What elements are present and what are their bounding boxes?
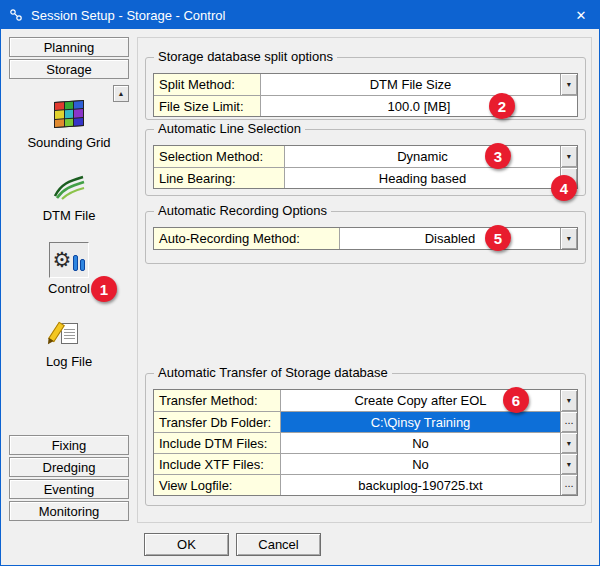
group-title: Storage database split options	[154, 49, 337, 64]
group-automatic-line-selection: Automatic Line Selection Selection Metho…	[145, 129, 586, 196]
field-label: Transfer Method:	[154, 390, 281, 411]
field-label: View Logfile:	[154, 475, 281, 495]
include-dtm-files-dropdown-button[interactable]: ▼	[560, 433, 577, 453]
sidebar: Planning Storage ▲ Sounding Grid DTM	[9, 37, 129, 523]
field-label: File Size Limit:	[154, 96, 261, 116]
auto-recording-method-dropdown-button[interactable]: ▼	[560, 228, 577, 249]
selection-method-combo[interactable]: Dynamic	[285, 146, 560, 167]
ellipsis-icon: ...	[564, 417, 573, 428]
field-grid: Selection Method: Dynamic ▼ 3 Line Beari…	[153, 145, 578, 189]
row-transfer-db-folder: Transfer Db Folder: C:\Qinsy Training ..…	[154, 411, 577, 432]
row-split-method: Split Method: DTM File Size ▼	[154, 74, 577, 95]
include-xtf-files-dropdown-button[interactable]: ▼	[560, 454, 577, 474]
window-title: Session Setup - Storage - Control	[31, 8, 563, 23]
row-include-dtm-files: Include DTM Files: No ▼	[154, 432, 577, 453]
sidebar-icon-list: ▲ Sounding Grid DTM File	[9, 81, 129, 435]
split-method-combo[interactable]: DTM File Size	[261, 74, 560, 95]
sidebar-item-dtm-file[interactable]: DTM File	[9, 166, 129, 226]
field-label: Auto-Recording Method:	[154, 228, 340, 249]
field-grid: Split Method: DTM File Size ▼ File Size …	[153, 73, 578, 117]
cancel-button[interactable]: Cancel	[236, 533, 321, 556]
row-auto-recording-method: Auto-Recording Method: Disabled ▼ 5	[154, 228, 577, 249]
step-badge-5: 5	[485, 225, 511, 251]
field-label: Include XTF Files:	[154, 454, 281, 474]
tab-fixing[interactable]: Fixing	[9, 435, 129, 455]
chevron-down-icon: ▼	[566, 153, 573, 161]
split-method-dropdown-button[interactable]: ▼	[560, 74, 577, 95]
auto-recording-method-combo[interactable]: Disabled	[340, 228, 560, 249]
log-file-icon	[49, 315, 89, 351]
sidebar-item-label: Log File	[46, 354, 92, 369]
field-label: Split Method:	[154, 74, 261, 95]
transfer-method-dropdown-button[interactable]: ▼	[560, 390, 577, 411]
tab-dredging[interactable]: Dredging	[9, 457, 129, 477]
tab-monitoring[interactable]: Monitoring	[9, 501, 129, 521]
sidebar-item-control[interactable]: ⚙ Control 1	[9, 239, 129, 299]
transfer-db-folder-field[interactable]: C:\Qinsy Training	[281, 412, 560, 432]
selection-method-dropdown-button[interactable]: ▼	[560, 146, 577, 167]
field-label: Selection Method:	[154, 146, 285, 167]
row-transfer-method: Transfer Method: Create Copy after EOL ▼…	[154, 390, 577, 411]
sidebar-item-log-file[interactable]: Log File	[9, 312, 129, 372]
chevron-down-icon: ▼	[566, 397, 573, 405]
ellipsis-icon: ...	[564, 480, 573, 491]
row-view-logfile: View Logfile: backuplog-190725.txt ...	[154, 474, 577, 495]
field-grid: Auto-Recording Method: Disabled ▼ 5	[153, 227, 578, 250]
group-title: Automatic Line Selection	[154, 121, 305, 136]
group-title: Automatic Recording Options	[154, 203, 331, 218]
dtm-file-icon	[49, 169, 89, 205]
sidebar-item-sounding-grid[interactable]: Sounding Grid	[9, 93, 129, 153]
tab-planning[interactable]: Planning	[9, 37, 129, 57]
app-icon	[9, 8, 23, 22]
control-icon: ⚙	[49, 242, 89, 278]
sidebar-item-label: DTM File	[43, 208, 96, 223]
tab-storage[interactable]: Storage	[9, 59, 129, 79]
group-storage-database-split-options: Storage database split options Split Met…	[145, 57, 586, 120]
include-xtf-files-combo[interactable]: No	[281, 454, 560, 474]
gear-icon: ⚙	[53, 249, 72, 271]
field-label: Line Bearing:	[154, 168, 285, 188]
line-bearing-combo[interactable]: Heading based	[285, 168, 560, 188]
main-panel: Storage database split options Split Met…	[137, 37, 592, 523]
titlebar[interactable]: Session Setup - Storage - Control ✕	[1, 1, 599, 29]
field-grid: Transfer Method: Create Copy after EOL ▼…	[153, 389, 578, 496]
step-badge-4: 4	[551, 175, 577, 201]
transfer-db-folder-browse-button[interactable]: ...	[560, 412, 577, 432]
field-label: Include DTM Files:	[154, 433, 281, 453]
row-line-bearing: Line Bearing: Heading based ▼ 4	[154, 167, 577, 188]
tab-eventing[interactable]: Eventing	[9, 479, 129, 499]
include-dtm-files-combo[interactable]: No	[281, 433, 560, 453]
field-label: Transfer Db Folder:	[154, 412, 281, 432]
sounding-grid-icon	[49, 96, 89, 132]
row-file-size-limit: File Size Limit: 100.0 [MB] 2	[154, 95, 577, 116]
group-automatic-recording-options: Automatic Recording Options Auto-Recordi…	[145, 211, 586, 264]
step-badge-1: 1	[91, 276, 117, 302]
group-automatic-transfer-of-storage-database: Automatic Transfer of Storage database T…	[145, 373, 586, 506]
chevron-down-icon: ▼	[566, 439, 573, 447]
view-logfile-browse-button[interactable]: ...	[560, 475, 577, 495]
ok-button[interactable]: OK	[144, 533, 229, 556]
chevron-down-icon: ▼	[566, 235, 573, 243]
footer: OK Cancel	[144, 533, 321, 556]
step-badge-6: 6	[503, 387, 529, 413]
group-title: Automatic Transfer of Storage database	[154, 365, 392, 380]
row-selection-method: Selection Method: Dynamic ▼ 3	[154, 146, 577, 167]
sidebar-item-label: Sounding Grid	[27, 135, 110, 150]
sidebar-item-label: Control	[48, 281, 90, 296]
view-logfile-field[interactable]: backuplog-190725.txt	[281, 475, 560, 495]
row-include-xtf-files: Include XTF Files: No ▼	[154, 453, 577, 474]
close-button[interactable]: ✕	[563, 1, 599, 29]
chevron-down-icon: ▼	[566, 81, 573, 89]
step-badge-3: 3	[485, 143, 511, 169]
step-badge-2: 2	[489, 93, 515, 119]
session-setup-dialog: Session Setup - Storage - Control ✕ Plan…	[0, 0, 600, 566]
chevron-down-icon: ▼	[566, 460, 573, 468]
file-size-limit-field[interactable]: 100.0 [MB]	[261, 96, 577, 116]
